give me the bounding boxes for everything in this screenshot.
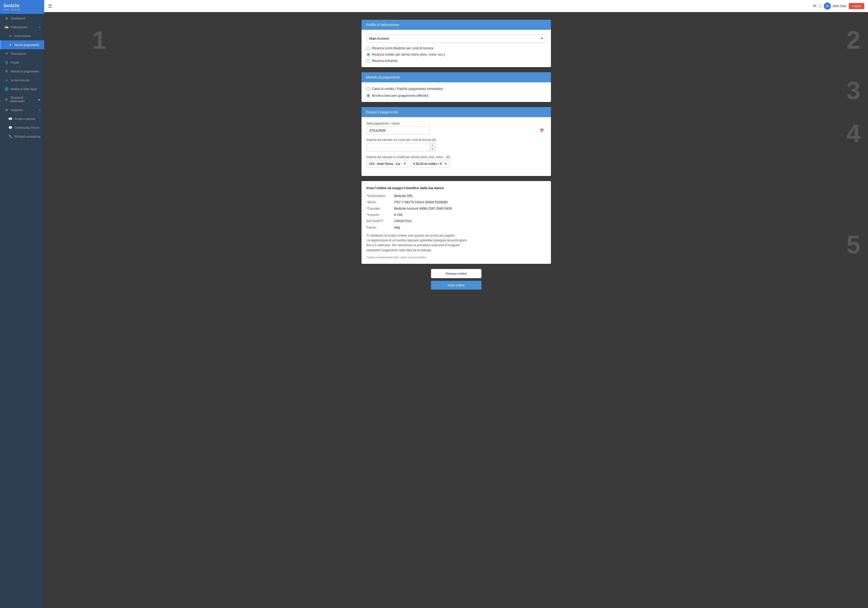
- strumenti-icon: ⚙: [5, 98, 8, 102]
- transazioni-icon: ↺: [5, 52, 9, 56]
- bank-row-iban: *IBAN: IT07 Y 06175 01614 00000 5529280: [367, 200, 546, 204]
- logo: bedzle your hostel: [0, 0, 44, 14]
- guide-icon: 📖: [8, 117, 12, 121]
- section-profilo-body: Main Account Ricarica conto Bedzzle per …: [361, 30, 551, 67]
- sidebar-item-label: Nuovo pagamento: [14, 43, 39, 47]
- sidebar-item-label: Richiedi assistenza: [14, 135, 40, 138]
- spin-up[interactable]: ▲: [430, 143, 435, 147]
- date-label: Data pagamento / valuta:: [367, 122, 546, 125]
- sidebar-item-strumenti[interactable]: ⚙ Strumenti webmaster ▶: [0, 93, 44, 105]
- chevron-down-icon-supporto: ▾: [39, 108, 40, 111]
- radio-card[interactable]: Carta di credito / PayPal (pagamento imm…: [367, 87, 546, 91]
- sidebar-item-assistenza[interactable]: 🔧 Richiedi assistenza: [0, 132, 44, 141]
- radio-bank[interactable]: Bonifico bancario (pagamento differito): [367, 94, 546, 97]
- sidebar-item-label: Le tue licenze: [11, 79, 29, 82]
- bank-footnote: *Indica correttamente tutti i valori nel…: [367, 256, 546, 259]
- radio-bank-input[interactable]: [367, 94, 370, 97]
- logout-button[interactable]: Logout: [849, 3, 864, 9]
- radio-both[interactable]: Ricarica entrambi: [367, 59, 546, 63]
- section-execute-header: Esegui il pagamento: [361, 107, 551, 117]
- chevron-right-icon: ▶: [39, 98, 40, 101]
- profilo-icon: 👤: [5, 60, 9, 64]
- bank-row-causale: *Causale: Bedzzle Account 4496-2397-2645…: [367, 207, 546, 210]
- section-execute: Esegui il pagamento Data pagamento / val…: [361, 107, 551, 176]
- bank-value-bic: CRGEITGG: [394, 219, 412, 223]
- bank-row-paese: Paese: Italy: [367, 226, 546, 229]
- topbar-user: JD John Doe: [824, 3, 846, 9]
- supporto-icon: ⚙: [5, 108, 9, 112]
- radio-extra-input[interactable]: [367, 53, 370, 56]
- spin-down[interactable]: ▼: [430, 147, 435, 151]
- date-field-group: Data pagamento / valuta: 📅: [367, 122, 546, 134]
- logo-text: bedzle: [4, 3, 19, 8]
- step-5: 5: [846, 232, 860, 257]
- send-button[interactable]: Invia ordine: [431, 281, 482, 289]
- topbar-icons: ✉ □: [813, 3, 821, 8]
- chevron-down-icon: ▾: [39, 26, 40, 29]
- radio-card-label: Carta di credito / PayPal (pagamento imm…: [372, 87, 443, 91]
- bank-label-importo: *Importo:: [367, 213, 389, 217]
- fatturazione-icon: 💳: [5, 25, 9, 29]
- bank-label-destinatario: *Destinatario:: [367, 194, 389, 198]
- radio-license[interactable]: Ricarica conto Bedzzle per costi di lice…: [367, 46, 546, 50]
- sidebar-item-label: Profilo: [11, 61, 19, 64]
- radio-both-label: Ricarica entrambi: [372, 59, 398, 63]
- sidebar-item-guide[interactable]: 📖 Guide e tutorial: [0, 114, 44, 123]
- radio-bank-label: Bonifico bancario (pagamento differito): [372, 94, 428, 97]
- form-container: Profilo di fatturazione Main Account Ric…: [361, 20, 551, 600]
- sidebar-item-mobile-web[interactable]: 🌐 Mobile & Web Apps: [0, 85, 44, 93]
- radio-both-input[interactable]: [367, 59, 370, 63]
- user-name: John Doe: [832, 4, 846, 8]
- section-execute-body: Data pagamento / valuta: 📅 Importo da ca…: [361, 117, 551, 176]
- licenze-icon: ≡: [5, 78, 9, 82]
- sidebar-item-panoramica[interactable]: ≡ Panoramica: [0, 32, 44, 40]
- sidebar-item-nuovo-pagamento[interactable]: ● Nuovo pagamento: [0, 40, 44, 49]
- section-metodo: Metodo di pagamento Carta di credito / P…: [361, 72, 551, 102]
- section-metodo-body: Carta di credito / PayPal (pagamento imm…: [361, 82, 551, 102]
- radio-extra[interactable]: Ricarica credito per servizi extra (sms,…: [367, 53, 546, 56]
- credit-select[interactable]: € 60.00 di credito + €: [411, 160, 450, 168]
- sidebar-item-label: Strumenti webmaster: [10, 96, 36, 103]
- avatar: JD: [824, 3, 831, 9]
- step-3: 3: [846, 78, 860, 103]
- sidebar-item-label: Supporto: [11, 108, 23, 112]
- bank-value-causale: Bedzzle Account 4496-2397-2645-5435: [394, 207, 452, 210]
- sidebar-item-profilo[interactable]: 👤 Profilo: [0, 58, 44, 67]
- property-select[interactable]: #10 - Hotel Roma - Cur: [367, 160, 408, 168]
- sidebar-item-dashboard[interactable]: ⊞ Dashboard: [0, 14, 44, 23]
- bank-label-bic: BIC/SWIFT:: [367, 219, 389, 223]
- hamburger-button[interactable]: ☰: [48, 3, 52, 9]
- bank-row-bic: BIC/SWIFT: CRGEITGG: [367, 219, 546, 223]
- mail-icon[interactable]: ✉: [813, 3, 816, 8]
- bank-value-importo: € 150: [394, 213, 403, 217]
- amount-input-wrapper: ▲ ▼: [367, 143, 546, 152]
- account-select[interactable]: Main Account: [367, 34, 546, 43]
- content-area: 1 2 3 4 5 Profilo di fatturazione Main A…: [44, 12, 868, 608]
- step-4: 4: [846, 121, 860, 146]
- bank-label-paese: Paese:: [367, 226, 389, 229]
- sidebar-item-community[interactable]: 💬 Community Forum: [0, 123, 44, 132]
- sidebar-item-transazioni[interactable]: ↺ Transazioni: [0, 49, 44, 58]
- calendar-icon[interactable]: 📅: [539, 128, 544, 133]
- sidebar-item-licenze[interactable]: ≡ Le tue licenze: [0, 76, 44, 85]
- sidebar-item-label: Transazioni: [11, 52, 26, 56]
- topbar: ☰ ✉ □ JD John Doe Logout: [44, 0, 868, 12]
- sidebar-item-label: Mobile & Web Apps: [11, 87, 37, 91]
- panoramica-icon: ≡: [8, 34, 12, 38]
- amount-extra-label: Importo da caricare in crediti per servi…: [367, 155, 546, 159]
- amount-license-input[interactable]: [367, 144, 430, 151]
- bank-label-causale: *Causale:: [367, 207, 389, 210]
- monitor-icon[interactable]: □: [819, 4, 821, 8]
- sidebar-item-metodi-pagamento[interactable]: ⚙ Metodi di pagamento: [0, 67, 44, 76]
- radio-card-input[interactable]: [367, 87, 370, 91]
- mobile-icon: 🌐: [5, 87, 9, 91]
- payment-methods: Carta di credito / PayPal (pagamento imm…: [367, 87, 546, 97]
- sidebar-item-label: Metodi di pagamento: [11, 70, 39, 73]
- stamp-button[interactable]: Stampa ordine: [431, 269, 482, 278]
- dashboard-icon: ⊞: [5, 16, 9, 20]
- community-icon: 💬: [8, 126, 12, 130]
- radio-license-input[interactable]: [367, 46, 370, 50]
- sidebar-item-supporto[interactable]: ⚙ Supporto ▾: [0, 105, 44, 114]
- date-input[interactable]: [367, 127, 430, 134]
- sidebar-item-fatturazione[interactable]: 💳 Fatturazione ▾: [0, 23, 44, 32]
